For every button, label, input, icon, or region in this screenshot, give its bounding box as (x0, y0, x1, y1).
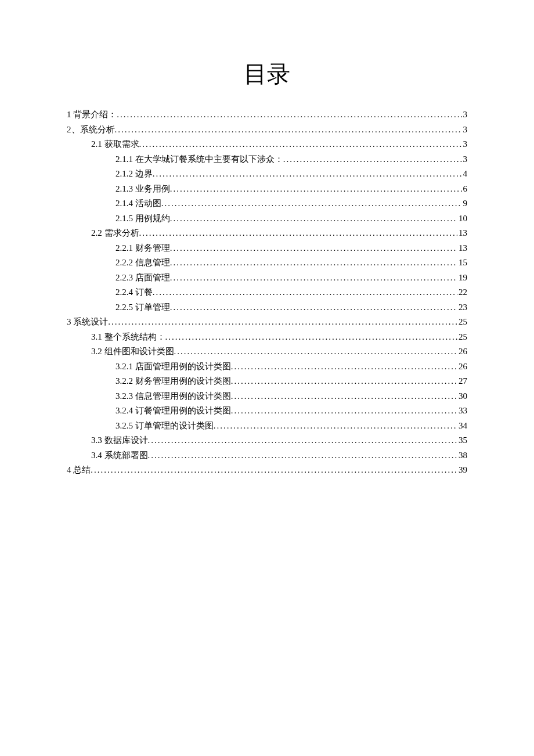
toc-entry-label: 3.4 系统部署图 (91, 448, 148, 463)
toc-entry-label: 2.2.1 财务管理 (116, 241, 170, 256)
toc-entry[interactable]: 2.2.1 财务管理13 (67, 241, 467, 256)
toc-entry[interactable]: 2.2.3 店面管理19 (67, 271, 467, 286)
toc-leader-dots (170, 241, 457, 256)
toc-leader-dots (91, 463, 457, 478)
toc-entry[interactable]: 2.1 获取需求3 (67, 137, 467, 152)
toc-entry-page: 26 (457, 359, 467, 375)
toc-entry-page: 22 (457, 285, 467, 300)
toc-entry-page: 3 (462, 107, 468, 123)
toc-entry-page: 19 (457, 271, 467, 286)
toc-leader-dots (115, 123, 462, 138)
toc-entry-page: 35 (457, 433, 467, 448)
toc-entry-label: 4 总结 (67, 463, 91, 478)
toc-entry-page: 23 (457, 300, 467, 315)
toc-entry-page: 38 (457, 448, 467, 463)
toc-leader-dots (139, 226, 458, 241)
toc-entry-label: 3.1 整个系统结构： (91, 330, 165, 345)
toc-entry[interactable]: 2.1.5 用例规约10 (67, 211, 467, 226)
toc-entry-page: 13 (457, 226, 467, 241)
toc-entry[interactable]: 2.1.2 边界4 (67, 167, 467, 182)
toc-entry-page: 33 (457, 404, 467, 419)
toc-entry-page: 34 (457, 419, 467, 434)
toc-entry-label: 3.2 组件图和设计类图 (91, 344, 174, 359)
toc-entry[interactable]: 2.2.4 订餐22 (67, 285, 467, 300)
toc-entry-label: 2.2.2 信息管理 (116, 255, 170, 271)
toc-entry[interactable]: 3.2 组件图和设计类图26 (67, 344, 467, 359)
toc-entry-label: 2、系统分析 (67, 123, 115, 138)
toc-entry[interactable]: 3.3 数据库设计35 (67, 433, 467, 448)
toc-leader-dots (148, 433, 458, 448)
toc-entry-page: 3 (462, 152, 468, 167)
toc-entry[interactable]: 4 总结39 (67, 463, 467, 478)
toc-entry-label: 2.2.3 店面管理 (116, 271, 170, 286)
toc-entry[interactable]: 2.1.3 业务用例6 (67, 182, 467, 197)
toc-leader-dots (153, 285, 457, 300)
toc-entry-page: 25 (457, 330, 467, 345)
toc-entry-page: 26 (457, 344, 467, 359)
toc-entry-page: 13 (457, 241, 467, 256)
toc-entry-label: 2.1.2 边界 (116, 167, 153, 182)
toc-entry-page: 39 (457, 463, 467, 478)
toc-entry-label: 2.2.5 订单管理 (116, 300, 170, 315)
toc-entry[interactable]: 3.2.4 订餐管理用例的设计类图33 (67, 404, 467, 419)
toc-leader-dots (174, 344, 458, 359)
toc-entry-label: 1 背景介绍： (67, 107, 117, 123)
toc-leader-dots (170, 255, 457, 271)
toc-entry[interactable]: 2.2.5 订单管理23 (67, 300, 467, 315)
toc-entry-page: 3 (462, 123, 468, 138)
toc-leader-dots (231, 359, 457, 375)
toc-leader-dots (170, 271, 457, 286)
table-of-contents: 1 背景介绍：32、系统分析32.1 获取需求32.1.1 在大学城订餐系统中主… (67, 107, 467, 478)
toc-entry-label: 2.1.3 业务用例 (116, 182, 170, 197)
toc-entry-label: 3.2.4 订餐管理用例的设计类图 (116, 404, 231, 419)
toc-leader-dots (231, 404, 457, 419)
toc-entry[interactable]: 3.4 系统部署图38 (67, 448, 467, 463)
toc-entry-label: 3.2.1 店面管理用例的设计类图 (116, 359, 231, 375)
toc-leader-dots (214, 419, 457, 434)
toc-leader-dots (170, 211, 457, 226)
toc-entry[interactable]: 3 系统设计25 (67, 315, 467, 330)
toc-entry[interactable]: 3.2.2 财务管理用例的设计类图27 (67, 374, 467, 389)
toc-leader-dots (161, 196, 462, 211)
toc-entry-label: 2.1.1 在大学城订餐系统中主要有以下涉众： (116, 152, 283, 167)
toc-entry-label: 3.2.2 财务管理用例的设计类图 (116, 374, 231, 389)
toc-entry[interactable]: 1 背景介绍：3 (67, 107, 467, 123)
toc-entry[interactable]: 3.1 整个系统结构：25 (67, 330, 467, 345)
toc-entry-page: 4 (462, 167, 468, 182)
toc-entry-label: 3.2.5 订单管理的设计类图 (116, 419, 214, 434)
toc-entry-label: 2.2.4 订餐 (116, 285, 153, 300)
toc-leader-dots (283, 152, 462, 167)
toc-leader-dots (165, 330, 458, 345)
toc-entry-label: 2.1.5 用例规约 (116, 211, 170, 226)
toc-leader-dots (117, 107, 461, 123)
toc-entry-page: 15 (457, 255, 467, 271)
toc-leader-dots (153, 167, 462, 182)
toc-entry-label: 2.1.4 活动图 (116, 196, 161, 211)
toc-leader-dots (139, 137, 462, 152)
toc-entry[interactable]: 3.2.3 信息管理用例的设计类图30 (67, 389, 467, 404)
toc-entry-label: 3.2.3 信息管理用例的设计类图 (116, 389, 231, 404)
toc-entry[interactable]: 2.1.4 活动图9 (67, 196, 467, 211)
toc-leader-dots (108, 315, 457, 330)
toc-entry[interactable]: 3.2.5 订单管理的设计类图34 (67, 419, 467, 434)
toc-leader-dots (170, 300, 457, 315)
toc-entry[interactable]: 2.2 需求分析13 (67, 226, 467, 241)
page-title: 目录 (67, 58, 467, 90)
toc-entry-label: 2.1 获取需求 (91, 137, 139, 152)
toc-entry-page: 3 (462, 137, 468, 152)
toc-entry[interactable]: 3.2.1 店面管理用例的设计类图26 (67, 359, 467, 375)
toc-entry-page: 30 (457, 389, 467, 404)
toc-entry-page: 25 (457, 315, 467, 330)
toc-entry[interactable]: 2、系统分析3 (67, 123, 467, 138)
toc-entry-label: 3 系统设计 (67, 315, 108, 330)
toc-leader-dots (148, 448, 458, 463)
toc-leader-dots (170, 182, 462, 197)
toc-entry-label: 2.2 需求分析 (91, 226, 139, 241)
toc-entry-page: 6 (462, 182, 468, 197)
toc-entry[interactable]: 2.2.2 信息管理15 (67, 255, 467, 271)
toc-leader-dots (231, 389, 457, 404)
toc-leader-dots (231, 374, 457, 389)
toc-entry-page: 10 (457, 211, 467, 226)
toc-entry[interactable]: 2.1.1 在大学城订餐系统中主要有以下涉众：3 (67, 152, 467, 167)
toc-entry-page: 27 (457, 374, 467, 389)
